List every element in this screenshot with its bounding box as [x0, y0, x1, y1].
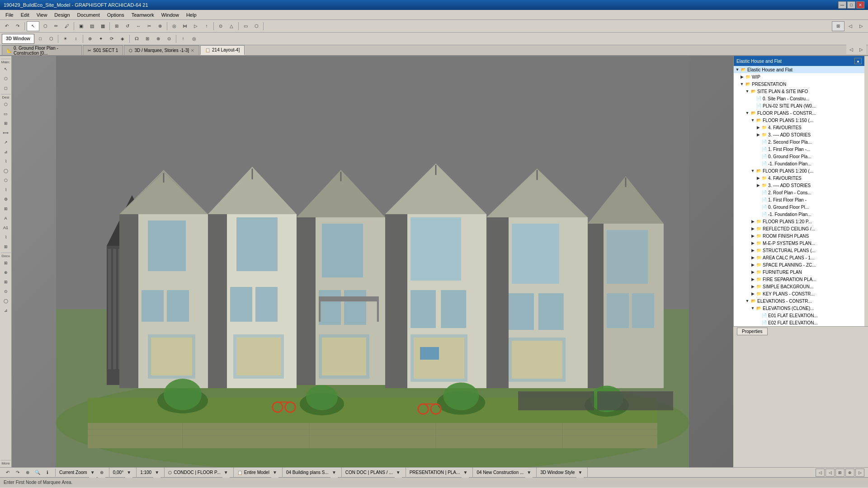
tab-3d[interactable]: ⬡ 3D / Marquee, Stories -1-3] ✕ — [124, 45, 199, 55]
curtain-wall-left[interactable]: ⊞ — [1, 204, 10, 213]
dimension-tool[interactable]: ⊞ — [1, 258, 10, 267]
distribute-btn[interactable]: △ — [226, 21, 236, 31]
info-status-btn[interactable]: ℹ — [43, 469, 52, 477]
zoom-in-btn[interactable]: ⟳ — [107, 34, 117, 44]
search-status-btn[interactable]: 🔍 — [33, 469, 42, 477]
polyline-tool-left[interactable]: ⊞ — [1, 242, 10, 251]
expand-fav-200[interactable]: ▶ — [755, 176, 761, 180]
pan-btn[interactable]: ✦ — [96, 34, 106, 44]
view-front-btn[interactable]: ⊞ — [142, 34, 152, 44]
expand-fav-150[interactable]: ▶ — [755, 125, 761, 130]
ungroup-btn[interactable]: ⬡ — [251, 21, 261, 31]
tree-elevations[interactable]: ▼ 📂 ELEVATIONS - CONSTR... — [734, 297, 864, 305]
new-construction-dropdown[interactable]: ▼ — [525, 468, 533, 478]
arrow-tool[interactable]: ↖ — [1, 65, 10, 74]
expand-reflected[interactable]: ▶ — [750, 226, 755, 231]
expand-elev-clone[interactable]: ▼ — [750, 306, 755, 310]
tree-fp-150[interactable]: ▼ 📂 FLOOR PLANS 1:150 (... — [734, 117, 864, 124]
tab-section[interactable]: ✂ S01 SECT 1 — [83, 45, 123, 55]
tree-structural[interactable]: ▶ 📁 STRUCTURAL PLANS (... — [734, 247, 864, 254]
toolbox-select[interactable]: ◻ — [1, 84, 10, 93]
view-back-btn[interactable]: ◁ — [846, 44, 856, 54]
stretch-btn[interactable]: ↑ — [202, 21, 212, 31]
filter-btn[interactable]: ◎ — [189, 34, 199, 44]
roof-tool-left[interactable]: ⊞ — [1, 119, 10, 128]
mesh-tool-left[interactable]: ⌇ — [1, 185, 10, 194]
sun-btn[interactable]: ☀ — [60, 34, 70, 44]
tree-room-finish[interactable]: ▶ 📁 ROOM FINISH PLANS — [734, 232, 864, 239]
tree-gf-150[interactable]: ▶ 📄 0. Ground Floor Pla... — [734, 153, 864, 160]
building-plans-value[interactable]: 04 Building plans S... — [286, 470, 329, 475]
expand-presentation[interactable]: ▼ — [739, 82, 745, 86]
expand-mep[interactable]: ▶ — [750, 241, 755, 245]
beam-tool-left[interactable]: ↗ — [1, 138, 10, 147]
group-btn[interactable]: ▭ — [241, 21, 250, 31]
tree-found-150[interactable]: ▶ 📄 -1. Foundation Plan... — [734, 160, 864, 167]
move-btn[interactable]: ✂ — [144, 21, 154, 31]
menu-help[interactable]: Help — [183, 11, 200, 19]
zoom-in-status[interactable]: ⊕ — [98, 468, 105, 478]
scale-btn[interactable]: ▼ — [153, 468, 160, 478]
door-tool-left[interactable]: ⊿ — [1, 147, 10, 156]
tree-container[interactable]: ▼ 📂 Elastic House and Flat ▶ 📁 WIP ▼ 📂 P… — [734, 66, 864, 326]
expand-fire-sep[interactable]: ▶ — [750, 277, 755, 282]
tree-wip[interactable]: ▶ 📁 WIP — [734, 73, 864, 80]
stories-value[interactable]: Entire Model — [244, 470, 269, 475]
wall-tool-left[interactable]: ⬡ — [1, 100, 10, 109]
tree-fav-200[interactable]: ▶ 📁 4. FAVOURITES — [734, 174, 864, 182]
zoom-out-btn[interactable]: ◈ — [118, 34, 127, 44]
undo-status-btn[interactable]: ↶ — [4, 469, 12, 477]
stories-dropdown[interactable]: ▼ — [271, 468, 278, 478]
label-tool[interactable]: ⊿ — [1, 306, 10, 315]
morph-tool-left[interactable]: ⚙ — [1, 195, 10, 204]
tree-simple-bg[interactable]: ▶ 📁 SIMPLE BACKGROUN... — [734, 283, 864, 290]
tree-roof-200[interactable]: ▶ 📄 2. Roof Plan - Cons... — [734, 189, 864, 196]
tree-add-stories-150[interactable]: ▶ 📁 3. ---- ADD STORIES — [734, 131, 864, 138]
tab-layout[interactable]: 📋 214 Layout-4] — [200, 45, 245, 55]
menu-options[interactable]: Options — [104, 11, 128, 19]
tree-site-plan-2[interactable]: ▶ 📄 PLN-02 SITE PLAN (W0... — [734, 102, 864, 109]
tree-1f-150[interactable]: ▶ 📄 1. First Floor Plan -... — [734, 145, 864, 153]
offset-btn[interactable]: ◎ — [169, 21, 179, 31]
zoom-status-btn[interactable]: ⊕ — [24, 469, 32, 477]
presentation-dropdown[interactable]: ▼ — [462, 468, 469, 478]
align-btn[interactable]: ⊙ — [216, 21, 226, 31]
column-tool[interactable]: ▦ — [98, 21, 108, 31]
wall-tool[interactable]: ▣ — [76, 21, 86, 31]
tree-floor-plans[interactable]: ▼ 📂 FLOOR PLANS - CONSTR... — [734, 109, 864, 117]
tree-stories-200[interactable]: ▶ 📁 3. ---- ADD STORIES — [734, 182, 864, 189]
panel-toggle-btn-3[interactable]: ⊞ — [835, 469, 844, 477]
new-construction-value[interactable]: 04 New Construction ... — [476, 470, 524, 475]
panel-toggle-btn-2[interactable]: ◁ — [826, 469, 835, 477]
text-styled-left[interactable]: A1 — [1, 223, 10, 232]
layer-btn[interactable]: ↑ — [178, 34, 188, 44]
expand-furniture[interactable]: ▶ — [750, 270, 755, 274]
expand-stories-200[interactable]: ▶ — [755, 183, 761, 188]
properties-button[interactable]: Properties — [737, 328, 768, 335]
redo-status-btn[interactable]: ↷ — [14, 469, 22, 477]
condoc-value[interactable]: CON DOC | PLANS / ... — [345, 470, 393, 475]
snap-grid[interactable]: ⊞ — [112, 21, 122, 31]
tree-e02[interactable]: ▶ 📄 E02 FLAT ELEVATION... — [734, 319, 864, 326]
slab-tool-left[interactable]: ▭ — [1, 109, 10, 118]
close-button[interactable]: ✕ — [856, 1, 864, 9]
menu-view[interactable]: View — [33, 11, 51, 19]
select-tool[interactable]: ↖ — [27, 21, 39, 31]
window-style-dropdown[interactable]: ▼ — [576, 468, 584, 478]
mirror-btn[interactable]: ↔ — [133, 21, 143, 31]
view-forward-btn[interactable]: ▷ — [856, 44, 866, 54]
split-btn[interactable]: ▷ — [191, 21, 201, 31]
tree-2f-150[interactable]: ▶ 📄 2. Second Floor Pla... — [734, 138, 864, 145]
expand-stories-150[interactable]: ▶ — [755, 132, 761, 137]
toolbox-marquee[interactable]: ⬡ — [1, 74, 10, 83]
window-style-value[interactable]: 3D Window Style — [540, 470, 575, 475]
elevation-marker[interactable]: ⊞ — [1, 277, 10, 286]
tree-furniture[interactable]: ▶ 📁 FURNITURE PLAN — [734, 268, 864, 276]
viewport[interactable] — [12, 56, 733, 467]
undo-button[interactable]: ↶ — [2, 21, 12, 31]
tree-1f-200[interactable]: ▶ 📄 1. First Floor Plan - — [734, 196, 864, 203]
expand-structural[interactable]: ▶ — [750, 248, 755, 253]
menu-teamwork[interactable]: Teamwork — [128, 11, 158, 19]
erase-tool[interactable]: 🖊 — [62, 21, 72, 31]
line-tool-left[interactable]: ⌇ — [1, 233, 10, 242]
